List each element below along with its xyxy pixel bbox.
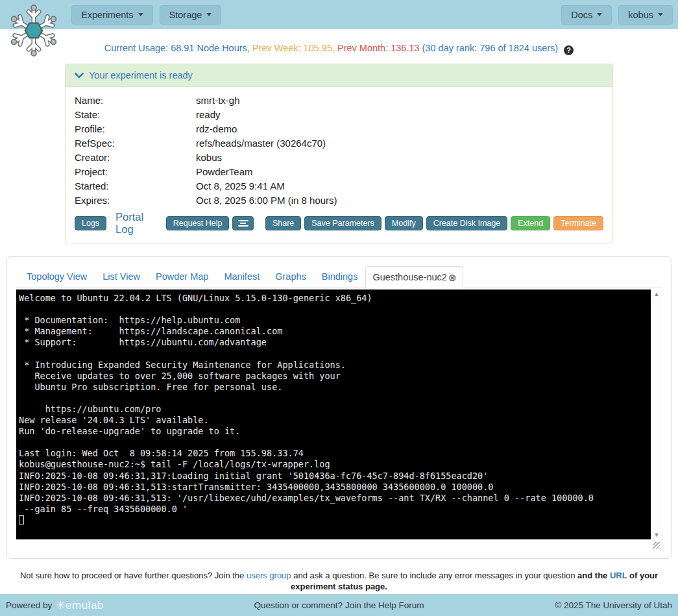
rank-text: (30 day rank: 796 of 1824 users) [422,43,559,53]
emulab-mark-icon: ✳ [56,599,66,611]
experiment-state: ready [196,109,221,120]
active-tab-label: Guesthouse-nuc2 [372,272,446,282]
refspec-value: refs/heads/master (30264c70) [196,138,326,149]
detail-label: Started: [75,180,196,191]
emulab-name: emulab [66,599,104,611]
experiments-menu-label: Experiments [81,10,134,20]
top-navbar: Experiments Storage Docs kobus [0,0,678,29]
detail-row: Profile:rdz-demo [75,121,603,136]
usage-help-icon[interactable]: ? [564,45,574,55]
detail-label: Creator: [75,152,196,163]
terminate-button[interactable]: Terminate [553,216,603,230]
storage-menu-button[interactable]: Storage [160,5,222,25]
powder-snowflake-logo[interactable] [5,2,62,59]
snowflake-icon [5,2,62,59]
usage-summary: Current Usage: 68.91 Node Hours, Prev We… [0,43,678,55]
tab-topology-view[interactable]: Topology View [19,265,95,288]
chevron-down-icon [75,73,84,79]
portal-log-link[interactable]: Portal Log [115,211,157,236]
terminal-text: Welcome to Ubuntu 22.04.2 LTS (GNU/Linux… [19,293,594,514]
help-text-part2: and ask a question. Be sure to include a… [291,571,578,580]
align-left-icon [238,220,248,221]
tab-list-view[interactable]: List View [95,265,148,288]
terminal-container: Welcome to Ubuntu 22.04.2 LTS (GNU/Linux… [16,290,662,539]
detail-row: RefSpec:refs/heads/master (30264c70) [75,136,603,150]
chevron-down-icon [597,13,602,16]
help-text-part1: Not sure how to proceed or have further … [20,571,247,580]
started-value: Oct 8, 2025 9:41 AM [196,180,285,191]
extend-button[interactable]: Extend [511,216,550,230]
status-panel-header[interactable]: Your experiment is ready [66,64,612,87]
terminal-cursor [19,515,24,524]
help-forum-text[interactable]: Question or comment? Join the Help Forum [194,600,484,610]
tab-guesthouse-nuc2[interactable]: Guesthouse-nuc2 ⊗ [365,266,463,288]
detail-label: RefSpec: [75,138,196,149]
profile-link[interactable]: rdz-demo [196,123,237,134]
detail-row: Expires:Oct 8, 2025 6:00 PM (in 8 hours) [75,193,603,207]
action-button-row: Logs Portal Log Request Help Share Save … [75,211,603,236]
detail-label: Expires: [75,195,196,206]
detail-label: Profile: [75,123,196,134]
resize-grip-icon[interactable] [653,542,660,549]
experiment-url-link[interactable]: URL [610,571,627,580]
detail-label: Project: [75,166,196,177]
tab-graphs[interactable]: Graphs [267,265,314,288]
experiments-menu-button[interactable]: Experiments [71,5,153,25]
request-help-button[interactable]: Request Help [166,216,230,230]
bottom-bar: Powered by ✳emulab Question or comment? … [0,594,678,616]
prev-week-text: Prev Week: 105.95, [252,43,335,53]
users-group-link[interactable]: users group [247,571,291,580]
chevron-down-icon [206,13,212,16]
current-usage-text: Current Usage: 68.91 Node Hours, [104,43,250,53]
powered-by-section: Powered by ✳emulab [6,598,194,612]
emulab-logo[interactable]: ✳emulab [56,598,104,612]
creator-link[interactable]: kobus [196,152,222,163]
share-button[interactable]: Share [265,216,301,230]
detail-row: State:ready [75,107,603,121]
experiment-name: smrt-tx-gh [196,95,240,106]
detail-label: Name: [75,95,196,106]
docs-menu-button[interactable]: Docs [561,5,612,25]
chevron-down-icon [138,13,143,16]
docs-menu-label: Docs [571,10,592,20]
console-list-button[interactable] [232,216,253,230]
terminal-resize-row [16,542,662,549]
storage-menu-label: Storage [169,10,202,20]
copyright-text: © 2025 The University of Utah [484,600,672,610]
user-menu-label: kobus [628,10,653,20]
help-footer-text: Not sure how to proceed or have further … [15,570,664,592]
experiment-status-panel: Your experiment is ready Name:smrt-tx-gh… [65,64,613,243]
detail-row: Name:smrt-tx-gh [75,93,603,107]
ssh-terminal[interactable]: Welcome to Ubuntu 22.04.2 LTS (GNU/Linux… [16,290,651,539]
view-tabs: Topology View List View Powder Map Manif… [16,265,662,288]
detail-row: Project:PowderTeam [75,164,603,179]
align-left-icon [238,225,248,227]
scroll-up-icon[interactable]: ▲ [654,291,660,297]
align-left-icon [240,223,246,224]
expires-value: Oct 8, 2025 6:00 PM (in 8 hours) [196,195,337,206]
create-disk-image-button[interactable]: Create Disk Image [426,216,508,230]
tab-bindings[interactable]: Bindings [314,265,366,288]
detail-row: Creator:kobus [75,150,603,164]
tab-powder-map[interactable]: Powder Map [148,265,216,288]
status-panel-body: Name:smrt-tx-gh State:ready Profile:rdz-… [66,87,612,243]
tab-manifest[interactable]: Manifest [216,265,267,288]
close-tab-icon[interactable]: ⊗ [448,273,457,282]
chevron-down-icon [658,13,663,16]
detail-row: Started:Oct 8, 2025 9:41 AM [75,179,603,193]
powered-by-label: Powered by [6,600,52,610]
detail-label: State: [75,109,196,120]
user-menu-button[interactable]: kobus [618,5,673,25]
status-title: Your experiment is ready [89,70,193,80]
experiment-view-panel: Topology View List View Powder Map Manif… [6,256,672,559]
save-parameters-button[interactable]: Save Parameters [304,216,381,230]
help-text-bold-prefix: and the [577,571,610,580]
scroll-down-icon[interactable]: ▼ [654,532,660,538]
logs-button[interactable]: Logs [75,216,106,230]
terminal-scrollbar[interactable]: ▲ ▼ [651,290,662,539]
prev-month-text: Prev Month: 136.13 [337,43,420,53]
project-link[interactable]: PowderTeam [196,166,253,177]
modify-button[interactable]: Modify [385,216,423,230]
